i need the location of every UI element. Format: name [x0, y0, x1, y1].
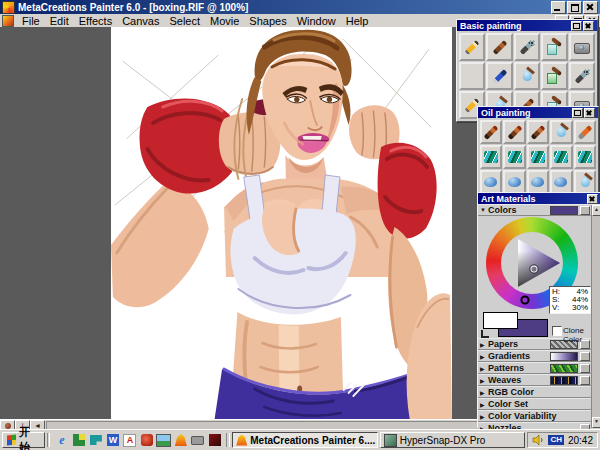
brush-icon	[492, 39, 508, 55]
oil-stripes-tool-button[interactable]	[574, 145, 596, 169]
menu-canvas[interactable]: Canvas	[117, 15, 164, 27]
oil-stripes-icon	[507, 149, 523, 165]
restore-button[interactable]	[567, 1, 582, 14]
close-button[interactable]	[583, 1, 598, 14]
minimize-button[interactable]	[551, 1, 566, 14]
patterns-swatch[interactable]	[550, 364, 578, 373]
palette-close-button[interactable]	[584, 108, 595, 118]
airbrush-tool-button[interactable]	[514, 33, 540, 61]
palette-close-button[interactable]	[587, 194, 598, 204]
water-brush-tool-button[interactable]	[541, 33, 567, 61]
palette-zoom-button[interactable]	[571, 21, 582, 31]
taskbar-button-hypersnap[interactable]: HyperSnap-DX Pro	[380, 432, 526, 448]
media-player-icon[interactable]	[207, 433, 222, 448]
menu-effects[interactable]: Effects	[74, 15, 117, 27]
oil-stripes-tool-button[interactable]	[480, 145, 502, 169]
oil-blob-tool-button[interactable]	[527, 170, 549, 194]
front-color-swatch[interactable]	[483, 312, 518, 329]
oil-brush-tool-button[interactable]	[480, 120, 502, 144]
palette-knife-tool-button[interactable]	[574, 120, 596, 144]
painter-icon[interactable]	[173, 433, 188, 448]
hue-marker[interactable]	[521, 296, 528, 303]
document-icon[interactable]	[2, 15, 14, 27]
palette-scrollbar[interactable]: ▲ ▼	[591, 205, 600, 428]
oil-brush-tool-button[interactable]	[527, 120, 549, 144]
section-menu-button[interactable]	[580, 206, 590, 215]
colored-pencil-tool-button[interactable]	[459, 62, 485, 90]
drip-brush-tool-button[interactable]	[574, 170, 596, 194]
word-icon[interactable]	[105, 433, 120, 448]
show-desktop-icon[interactable]	[88, 433, 103, 448]
scroll-down-button[interactable]: ▼	[592, 417, 600, 428]
taskbar-clock[interactable]: 20:42	[568, 435, 593, 446]
start-button[interactable]: 开始	[2, 432, 45, 448]
colored-pencil-icon	[464, 68, 480, 84]
oil-painting-titlebar[interactable]: Oil painting	[478, 107, 598, 118]
oil-stripes-tool-button[interactable]	[550, 145, 572, 169]
section-menu-button[interactable]	[580, 364, 590, 373]
oil-blob-tool-button[interactable]	[480, 170, 502, 194]
section-color-variability[interactable]: ▶ Color Variability	[478, 410, 600, 422]
volume-icon[interactable]	[532, 434, 544, 446]
pencil-tool-button[interactable]	[459, 33, 485, 61]
collapse-arrow-icon: ▼	[480, 207, 488, 213]
image-viewer-icon[interactable]	[156, 433, 171, 448]
oil-brush-tool-button[interactable]	[503, 120, 525, 144]
airbrush-tool-button[interactable]	[569, 62, 595, 90]
oil-blob-tool-button[interactable]	[503, 170, 525, 194]
section-menu-button[interactable]	[580, 352, 590, 361]
oil-stripes-icon	[530, 149, 546, 165]
clone-color-checkbox[interactable]	[552, 326, 562, 336]
drip-brush-tool-button[interactable]	[514, 62, 540, 90]
internet-explorer-icon[interactable]	[54, 433, 69, 448]
document-canvas[interactable]	[111, 27, 452, 420]
section-rgb-color[interactable]: ▶ RGB Color	[478, 386, 600, 398]
language-indicator[interactable]: CH	[548, 435, 564, 445]
system-tray: CH 20:42	[527, 432, 598, 448]
airbrush-icon	[574, 68, 590, 84]
scroll-up-button[interactable]: ▲	[592, 205, 600, 216]
section-weaves[interactable]: ▶ Weaves	[478, 374, 600, 386]
oil-painting-palette: Oil painting	[477, 106, 599, 197]
palette-close-button[interactable]	[583, 21, 594, 31]
basic-painting-title: Basic painting	[460, 21, 522, 31]
current-color-swatch[interactable]	[550, 206, 578, 215]
weaves-swatch[interactable]	[550, 376, 578, 385]
menu-window[interactable]: Window	[292, 15, 341, 27]
camera-icon[interactable]	[190, 433, 205, 448]
menu-edit[interactable]: Edit	[45, 15, 74, 27]
scrollbar-track[interactable]	[592, 216, 600, 417]
camera-tool-button[interactable]	[569, 33, 595, 61]
oil-blob-tool-button[interactable]	[550, 170, 572, 194]
section-label: Patterns	[488, 363, 550, 373]
taskbar-button-painter[interactable]: MetaCreations Painter 6....	[232, 432, 378, 448]
section-colors[interactable]: ▼ Colors	[478, 204, 600, 216]
oil-stripes-tool-button[interactable]	[527, 145, 549, 169]
section-label: Colors	[488, 205, 550, 215]
expand-arrow-icon: ▶	[480, 389, 488, 396]
drip-brush-tool-button[interactable]	[550, 120, 572, 144]
window-titlebar[interactable]: MetaCreations Painter 6.0 - [boxing.RIF …	[0, 0, 600, 14]
brush-tool-button[interactable]	[486, 33, 512, 61]
art-materials-titlebar[interactable]: Art Materials	[478, 193, 600, 204]
oil-stripes-tool-button[interactable]	[503, 145, 525, 169]
menu-movie[interactable]: Movie	[205, 15, 244, 27]
menu-help[interactable]: Help	[341, 15, 374, 27]
section-patterns[interactable]: ▶ Patterns	[478, 362, 600, 374]
gradients-swatch[interactable]	[550, 352, 578, 361]
wet-brush-tool-button[interactable]	[541, 62, 567, 90]
basic-painting-titlebar[interactable]: Basic painting	[457, 20, 597, 31]
oil-painting-tools	[478, 118, 598, 196]
palette-zoom-button[interactable]	[572, 108, 583, 118]
section-gradients[interactable]: ▶ Gradients	[478, 350, 600, 362]
menu-select[interactable]: Select	[164, 15, 205, 27]
section-color-set[interactable]: ▶ Color Set	[478, 398, 600, 410]
swap-colors-icon[interactable]	[481, 330, 489, 337]
menu-shapes[interactable]: Shapes	[244, 15, 291, 27]
pen-tool-button[interactable]	[486, 62, 512, 90]
section-menu-button[interactable]	[580, 376, 590, 385]
realplayer-icon[interactable]	[139, 433, 154, 448]
mail-icon[interactable]	[71, 433, 86, 448]
acrobat-icon[interactable]	[122, 433, 137, 448]
menu-file[interactable]: File	[17, 15, 45, 27]
